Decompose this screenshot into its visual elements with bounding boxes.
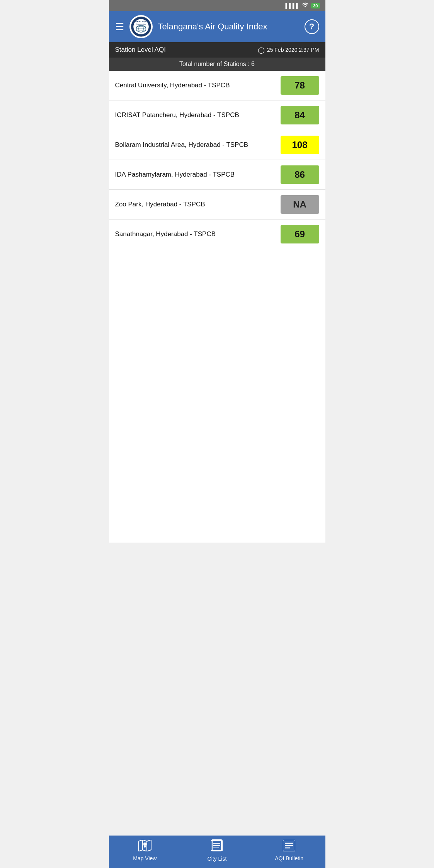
aqi-value: 69: [281, 225, 319, 243]
total-stations-text: Total number of Stations : 6: [179, 61, 255, 67]
svg-text:తెలంగాణ రాష్ట్ర: తెలంగాణ రాష్ట్ర: [133, 20, 148, 23]
svg-marker-13: [143, 846, 146, 848]
nav-city-list-label: City List: [208, 856, 227, 862]
total-stations-banner: Total number of Stations : 6: [109, 58, 325, 71]
status-icons: ▌▌▌▌ 30: [285, 2, 320, 9]
station-level-label: Station Level AQI: [115, 46, 166, 54]
timestamp: ◯ 25 Feb 2020 2:37 PM: [258, 46, 319, 54]
hamburger-icon[interactable]: ☰: [115, 22, 124, 32]
station-row[interactable]: Zoo Park, Hyderabad - TSPCBNA: [109, 190, 325, 220]
station-name: Central University, Hyderabad - TSPCB: [115, 81, 281, 90]
wifi-icon: [302, 2, 309, 9]
svg-text:Telangana State: Telangana State: [136, 24, 146, 25]
map-view-icon: [138, 840, 151, 853]
aqi-value: 108: [281, 136, 319, 154]
nav-item-city-list[interactable]: City List: [201, 839, 232, 862]
app-header: ☰ తెలంగాణ రాష్ట్ర Telangana State Telang…: [109, 11, 325, 42]
aqi-value: NA: [281, 195, 319, 214]
city-list-icon: [211, 839, 223, 854]
aqi-value: 84: [281, 106, 319, 124]
status-bar: ▌▌▌▌ 30: [109, 0, 325, 11]
station-row[interactable]: IDA Pashamylaram, Hyderabad - TSPCB86: [109, 160, 325, 190]
clock-icon: ◯: [258, 46, 265, 54]
app-title: Telangana's Air Quality Index: [158, 22, 299, 32]
content-spacer: [109, 543, 325, 836]
nav-item-map-view[interactable]: Map View: [129, 840, 160, 861]
station-list: Central University, Hyderabad - TSPCB78I…: [109, 71, 325, 543]
station-row[interactable]: ICRISAT Patancheru, Hyderabad - TSPCB84: [109, 100, 325, 130]
nav-item-aqi-bulletin[interactable]: AQI Bulletin: [274, 840, 305, 861]
signal-icon: ▌▌▌▌: [285, 3, 300, 9]
aqi-value: 86: [281, 165, 319, 184]
station-name: Sanathnagar, Hyderabad - TSPCB: [115, 230, 281, 238]
station-row[interactable]: Bollaram Industrial Area, Hyderabad - TS…: [109, 130, 325, 160]
bottom-nav: Map View City List AQI Bulletin: [109, 836, 325, 868]
station-name: IDA Pashamylaram, Hyderabad - TSPCB: [115, 170, 281, 179]
station-row[interactable]: Central University, Hyderabad - TSPCB78: [109, 71, 325, 100]
nav-map-view-label: Map View: [133, 855, 157, 861]
svg-point-12: [143, 842, 146, 846]
station-name: ICRISAT Patancheru, Hyderabad - TSPCB: [115, 111, 281, 119]
station-row[interactable]: Sanathnagar, Hyderabad - TSPCB69: [109, 220, 325, 249]
aqi-value: 78: [281, 76, 319, 95]
station-name: Bollaram Industrial Area, Hyderabad - TS…: [115, 141, 281, 149]
aqi-bulletin-icon: [283, 840, 295, 853]
battery-icon: 30: [311, 3, 320, 9]
timestamp-text: 25 Feb 2020 2:37 PM: [267, 47, 319, 53]
help-icon[interactable]: ?: [305, 19, 319, 34]
station-name: Zoo Park, Hyderabad - TSPCB: [115, 200, 281, 209]
sub-header: Station Level AQI ◯ 25 Feb 2020 2:37 PM: [109, 42, 325, 58]
nav-aqi-bulletin-label: AQI Bulletin: [275, 855, 303, 861]
app-logo: తెలంగాణ రాష్ట్ర Telangana State: [129, 15, 153, 38]
